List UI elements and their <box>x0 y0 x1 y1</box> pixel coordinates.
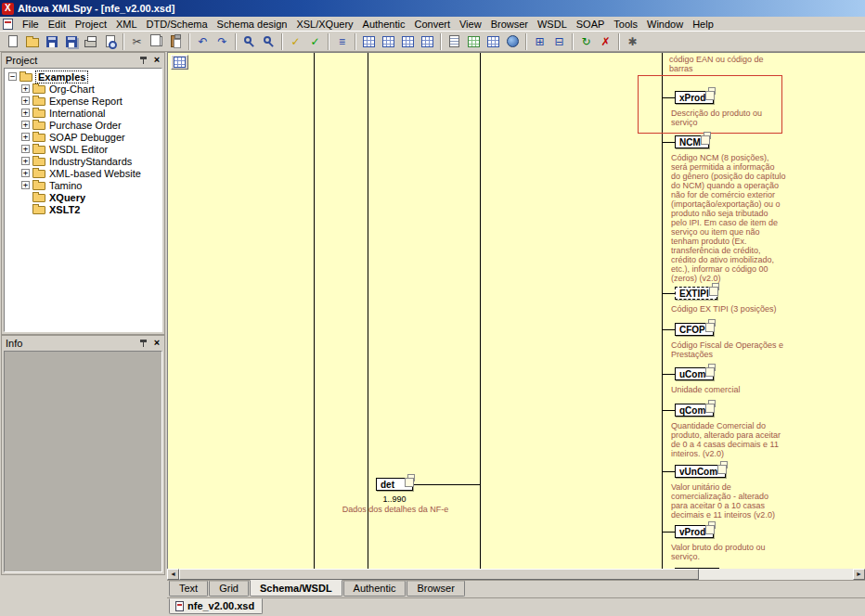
menu-help[interactable]: Help <box>688 18 718 31</box>
options-button[interactable]: ✱ <box>623 32 642 50</box>
close-icon[interactable] <box>151 338 162 349</box>
expand-toggle-icon[interactable]: + <box>21 96 30 105</box>
tree-item-xquery[interactable]: XQuery <box>5 191 161 203</box>
menu-xsl-xquery[interactable]: XSL/XQuery <box>291 18 357 31</box>
toolbar: ✂↶↷✓✓≡⊞⊟↻✗✱ <box>0 31 865 52</box>
find-button[interactable] <box>239 32 259 50</box>
tree-item-label: XML-based Website <box>49 168 141 179</box>
redo-button[interactable]: ↷ <box>213 32 232 50</box>
menu-view[interactable]: View <box>455 18 486 31</box>
schema-design-canvas[interactable]: código EAN ou código de barras det 1..99… <box>167 52 865 569</box>
menu-edit[interactable]: Edit <box>44 18 71 31</box>
tree-item-org-chart[interactable]: +Org-Chart <box>5 83 161 95</box>
collapse-all-button[interactable]: ⊟ <box>549 32 569 50</box>
file-tab-nfe-v2-00-xsd[interactable]: nfe_v2.00.xsd <box>169 598 263 614</box>
pretty-print-button[interactable]: ≡ <box>332 32 352 50</box>
menu-tools[interactable]: Tools <box>609 18 642 31</box>
tree-item-label: IndustryStandards <box>49 156 132 167</box>
schema-element-vprod[interactable]: vProd <box>675 525 714 538</box>
menu-authentic[interactable]: Authentic <box>358 18 410 31</box>
tab-schema-wsdl[interactable]: Schema/WSDL <box>250 580 342 597</box>
expand-toggle-icon[interactable]: + <box>21 157 30 165</box>
expand-toggle-icon[interactable]: + <box>21 181 30 189</box>
schema-element-det[interactable]: det <box>376 478 413 491</box>
app-logo-icon[interactable] <box>2 3 14 15</box>
connector-line <box>413 484 480 485</box>
tab-text[interactable]: Text <box>169 581 208 597</box>
expand-toggle-icon[interactable]: + <box>21 133 30 141</box>
insert-column-button[interactable] <box>398 32 418 50</box>
schema-element-extipi[interactable]: EXTIPI <box>675 287 717 300</box>
save-button[interactable] <box>42 32 61 50</box>
schema-element-ucom[interactable]: uCom <box>675 367 714 380</box>
tree-item-wsdl-editor[interactable]: +WSDL Editor <box>5 143 161 155</box>
tab-grid[interactable]: Grid <box>209 581 249 597</box>
expand-all-button[interactable]: ⊞ <box>530 32 549 50</box>
browser-view-button[interactable] <box>503 32 523 50</box>
expand-toggle-icon[interactable]: + <box>21 109 30 117</box>
expand-toggle-icon[interactable]: + <box>21 84 30 93</box>
menu-schema-design[interactable]: Schema design <box>213 18 292 31</box>
expand-toggle-icon[interactable]: + <box>21 145 30 153</box>
undo-button[interactable]: ↶ <box>193 32 213 50</box>
document-icon[interactable] <box>3 19 13 30</box>
expand-toggle-icon[interactable]: + <box>21 169 30 177</box>
menu-window[interactable]: Window <box>642 18 688 31</box>
validate-button[interactable]: ✓ <box>305 32 325 50</box>
show-globals-button[interactable] <box>171 55 188 70</box>
menu-project[interactable]: Project <box>71 18 111 31</box>
stop-load-button[interactable]: ✗ <box>596 32 615 50</box>
schema-design-view-button[interactable] <box>484 32 503 50</box>
tab-authentic[interactable]: Authentic <box>343 581 407 597</box>
copy-button[interactable] <box>147 32 166 50</box>
pin-icon[interactable] <box>138 55 149 66</box>
tree-item-purchase-order[interactable]: +Purchase Order <box>5 119 161 131</box>
tree-item-international[interactable]: +International <box>5 107 161 119</box>
print-button[interactable] <box>81 32 100 50</box>
tab-browser[interactable]: Browser <box>407 581 464 597</box>
xml-table-view-button[interactable] <box>359 32 379 50</box>
schema-element-vuncom[interactable]: vUnCom <box>675 465 726 478</box>
tree-item-soap-debugger[interactable]: +SOAP Debugger <box>5 131 161 143</box>
schema-element-cfop[interactable]: CFOP <box>675 323 714 336</box>
menu-wsdl[interactable]: WSDL <box>533 18 572 31</box>
check-well-formed-button[interactable]: ✓ <box>286 32 305 50</box>
schema-element-ncm[interactable]: NCM <box>675 135 709 148</box>
menu-xml[interactable]: XML <box>111 18 142 31</box>
schema-element-xprod[interactable]: xProd <box>675 91 714 104</box>
scroll-left-arrow-icon[interactable]: ◄ <box>167 569 179 580</box>
paste-button[interactable] <box>166 32 186 50</box>
schema-element-qcom[interactable]: qCom <box>675 404 714 417</box>
close-icon[interactable] <box>151 55 162 66</box>
scroll-right-arrow-icon[interactable]: ► <box>853 569 865 580</box>
tree-item-industrystandards[interactable]: +IndustryStandards <box>5 155 161 167</box>
text-view-button[interactable] <box>445 32 464 50</box>
tree-item-xslt2[interactable]: XSLT2 <box>5 203 161 215</box>
tree-item-tamino[interactable]: +Tamino <box>5 179 161 191</box>
menu-convert[interactable]: Convert <box>409 18 455 31</box>
save-all-button[interactable] <box>61 32 81 50</box>
insert-row-button[interactable] <box>379 32 398 50</box>
new-document-button[interactable] <box>3 32 22 50</box>
tree-item-xml-based-website[interactable]: +XML-based Website <box>5 167 161 179</box>
expand-toggle-icon[interactable]: + <box>21 121 30 129</box>
pin-icon[interactable] <box>138 338 149 349</box>
tree-item-expense-report[interactable]: +Expense Report <box>5 95 161 107</box>
menu-file[interactable]: File <box>18 18 44 31</box>
menu-browser[interactable]: Browser <box>486 18 533 31</box>
open-file-button[interactable] <box>22 32 42 50</box>
find-next-button[interactable] <box>259 32 278 50</box>
tree-item-examples[interactable]: −Examples <box>5 71 161 83</box>
menu-dtd-schema[interactable]: DTD/Schema <box>142 18 213 31</box>
project-panel: Project −Examples+Org-Chart+Expense Repo… <box>1 52 165 335</box>
enhanced-grid-view-button[interactable] <box>464 32 484 50</box>
display-as-table-button[interactable] <box>418 32 437 50</box>
cut-button[interactable]: ✂ <box>127 32 147 50</box>
expand-toggle-icon[interactable]: − <box>8 72 17 81</box>
print-preview-button[interactable] <box>100 32 120 50</box>
scrollbar-thumb[interactable] <box>179 569 699 580</box>
save-all-icon <box>66 36 77 47</box>
element-name: EXTIPI <box>679 289 709 299</box>
refresh-button[interactable]: ↻ <box>576 32 596 50</box>
menu-soap[interactable]: SOAP <box>572 18 610 31</box>
